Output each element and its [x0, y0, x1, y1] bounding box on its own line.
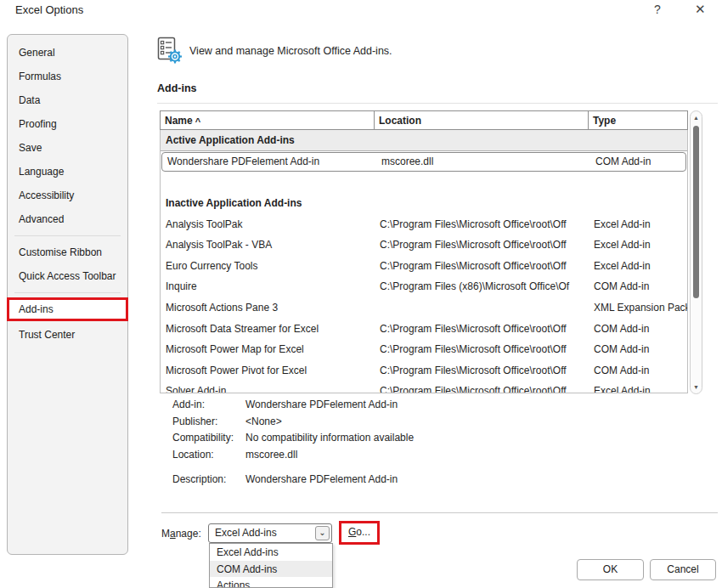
column-header-name[interactable]: Name^	[161, 111, 375, 129]
cell-name: Microsoft Actions Pane 3	[161, 302, 375, 314]
cell-location: C:\Program Files\Microsoft Office\root\O…	[375, 323, 589, 335]
cancel-button[interactable]: Cancel	[650, 559, 716, 580]
detail-label: Publisher:	[172, 414, 245, 431]
table-row[interactable]: Analysis ToolPak - VBA C:\Program Files\…	[161, 235, 687, 256]
combobox-selected-value: Excel Add-ins	[215, 527, 277, 539]
sidebar-item-customise-ribbon[interactable]: Customise Ribbon	[8, 240, 127, 264]
sidebar-divider	[14, 292, 121, 293]
cell-location: C:\Program Files\Microsoft Office\root\O…	[375, 239, 589, 251]
cell-type: Excel Add-in	[589, 260, 687, 272]
table-row[interactable]: Microsoft Actions Pane 3 XML Expansion P…	[161, 297, 687, 319]
column-header-type[interactable]: Type	[589, 111, 687, 129]
table-row[interactable]: Analysis ToolPak C:\Program Files\Micros…	[161, 213, 687, 235]
section-divider	[157, 103, 718, 104]
cell-location: C:\Program Files\Microsoft Office\root\O…	[375, 385, 589, 393]
help-icon[interactable]: ?	[654, 3, 661, 16]
cell-name: Solver Add-in	[161, 385, 375, 393]
cell-name: Microsoft Data Streamer for Excel	[161, 323, 375, 335]
detail-value: <None>	[245, 414, 282, 431]
detail-row-publisher: Publisher: <None>	[172, 414, 648, 431]
table-row[interactable]	[161, 172, 687, 193]
detail-row-description: Description: Wondershare PDFelement Add-…	[172, 472, 648, 489]
table-body: Active Application Add-ins Wondershare P…	[160, 130, 688, 393]
cell-location: C:\Program Files\Microsoft Office\root\O…	[375, 260, 589, 272]
dropdown-option-com-add-ins[interactable]: COM Add-ins	[210, 561, 332, 578]
vertical-scrollbar[interactable]: ▲ ▼	[690, 110, 702, 394]
sidebar-item-save[interactable]: Save	[8, 136, 127, 160]
sidebar-item-trust-center[interactable]: Trust Center	[8, 323, 127, 347]
manage-label: Manage:	[161, 528, 201, 540]
cell-name: Inquire	[161, 280, 375, 292]
cell-name: Active Application Add-ins	[161, 134, 375, 146]
table-row[interactable]: Inactive Application Add-ins	[161, 193, 687, 214]
table-row[interactable]: Euro Currency Tools C:\Program Files\Mic…	[161, 256, 687, 277]
sidebar-item-accessibility[interactable]: Accessibility	[8, 184, 127, 207]
dropdown-option-excel-add-ins[interactable]: Excel Add-ins	[210, 544, 332, 561]
addin-details: Add-in: Wondershare PDFelement Add-in Pu…	[172, 397, 648, 489]
addins-gear-icon	[157, 37, 184, 68]
cell-name: Analysis ToolPak	[161, 218, 375, 230]
cell-type: COM Add-in	[589, 343, 687, 355]
sidebar-item-advanced[interactable]: Advanced	[8, 207, 127, 231]
detail-row-compatibility: Compatibility: No compatibility informat…	[172, 430, 648, 447]
cell-location: mscoree.dll	[376, 155, 590, 167]
detail-label: Location:	[172, 447, 245, 464]
detail-row-add-in: Add-in: Wondershare PDFelement Add-in	[172, 397, 648, 414]
addins-section-title: Add-ins	[157, 82, 197, 94]
sidebar-item-language[interactable]: Language	[8, 160, 127, 184]
sidebar-item-add-ins[interactable]: Add-ins	[7, 297, 128, 321]
sidebar-item-data[interactable]: Data	[8, 88, 127, 112]
close-icon[interactable]: ✕	[695, 2, 706, 17]
cell-type: Excel Add-in	[589, 218, 687, 230]
sidebar: GeneralFormulasDataProofingSaveLanguageA…	[7, 34, 128, 555]
table-row[interactable]: Active Application Add-ins	[161, 130, 687, 151]
detail-label: Add-in:	[172, 397, 245, 414]
go-button[interactable]: Go...	[339, 521, 380, 545]
cell-type: COM Add-in	[589, 280, 687, 292]
table-row[interactable]: Microsoft Power Map for Excel C:\Program…	[161, 339, 687, 360]
sidebar-item-general[interactable]: General	[8, 41, 127, 65]
cell-location: C:\Program Files\Microsoft Office\root\O…	[375, 365, 589, 376]
sort-ascending-indicator: ^	[195, 116, 200, 127]
table-row[interactable]: Inquire C:\Program Files (x86)\Microsoft…	[161, 276, 687, 297]
cell-name: Inactive Application Add-ins	[161, 197, 375, 209]
detail-value: Wondershare PDFelement Add-in	[245, 472, 398, 489]
sidebar-item-quick-access-toolbar[interactable]: Quick Access Toolbar	[8, 264, 127, 288]
cell-type: COM Add-in	[589, 365, 687, 376]
detail-label: Description:	[172, 472, 245, 489]
scroll-down-icon[interactable]: ▼	[691, 384, 702, 390]
cell-location: C:\Program Files\Microsoft Office\root\O…	[375, 343, 589, 355]
dropdown-option-actions[interactable]: Actions	[210, 577, 332, 588]
addins-table: Name^ Location Type Active Application A…	[160, 110, 688, 393]
sidebar-item-proofing[interactable]: Proofing	[8, 112, 127, 136]
cell-type: COM Add-in	[590, 155, 685, 167]
table-row[interactable]: Wondershare PDFelement Add-in mscoree.dl…	[161, 152, 686, 172]
cell-name: Microsoft Power Pivot for Excel	[161, 365, 375, 376]
ok-button[interactable]: OK	[577, 559, 644, 580]
sidebar-divider	[14, 235, 121, 236]
table-row[interactable]: Microsoft Power Pivot for Excel C:\Progr…	[161, 360, 687, 382]
column-header-location[interactable]: Location	[375, 111, 589, 129]
cell-location: C:\Program Files\Microsoft Office\root\O…	[375, 218, 589, 230]
cell-name: Microsoft Power Map for Excel	[161, 343, 375, 355]
detail-label: Compatibility:	[172, 430, 245, 447]
cell-name: Analysis ToolPak - VBA	[161, 239, 375, 251]
detail-value: No compatibility information available	[245, 430, 414, 447]
table-row[interactable]: Solver Add-in C:\Program Files\Microsoft…	[161, 381, 687, 393]
footer-divider	[161, 512, 718, 513]
cell-type: Excel Add-in	[589, 239, 687, 251]
detail-row-location: Location: mscoree.dll	[172, 447, 648, 464]
sidebar-item-formulas[interactable]: Formulas	[8, 65, 127, 88]
manage-combobox[interactable]: Excel Add-ins ⌄	[208, 523, 332, 543]
scrollbar-thumb[interactable]	[693, 126, 699, 298]
manage-dropdown-list: Excel Add-insCOM Add-insActions	[209, 543, 333, 588]
table-row[interactable]: Microsoft Data Streamer for Excel C:\Pro…	[161, 318, 687, 339]
page-description: View and manage Microsoft Office Add-ins…	[189, 45, 392, 57]
window-title: Excel Options	[15, 3, 83, 16]
detail-value: Wondershare PDFelement Add-in	[245, 397, 398, 414]
cell-location: C:\Program Files (x86)\Microsoft Office\…	[375, 280, 589, 292]
cell-type: Excel Add-in	[589, 385, 687, 393]
detail-value: mscoree.dll	[245, 447, 297, 464]
chevron-down-icon[interactable]: ⌄	[315, 526, 330, 540]
scroll-up-icon[interactable]: ▲	[691, 115, 702, 121]
